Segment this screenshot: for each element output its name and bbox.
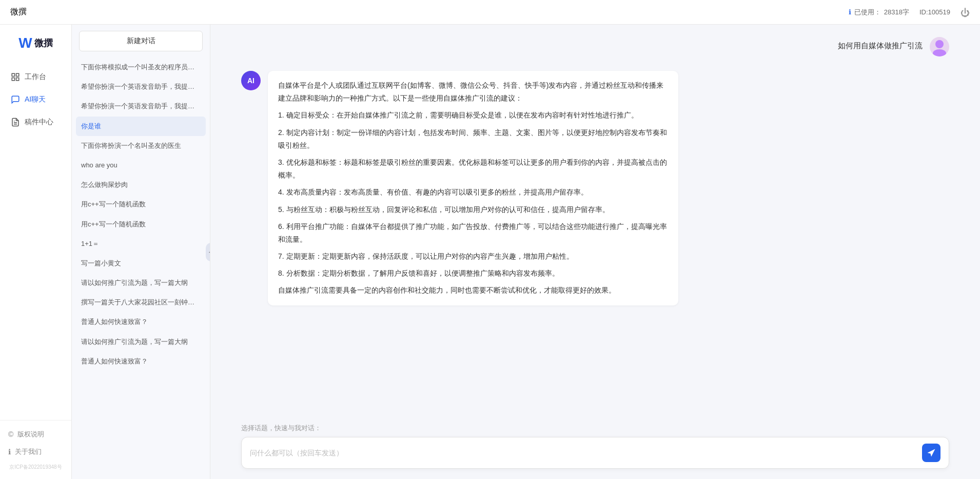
history-list: 下面你将模拟成一个叫圣友的程序员、我说...希望你扮演一个英语发音助手，我提供给… — [72, 58, 210, 479]
user-message-row: 如何用自媒体做推广引流 — [241, 37, 949, 56]
ai-message-para: 3. 优化标题和标签：标题和标签是吸引粉丝的重要因素。优化标题和标签可以让更多的… — [278, 156, 668, 182]
about-icon: ℹ — [8, 448, 11, 456]
usage-value: 28318字 — [884, 8, 909, 17]
history-item[interactable]: 下面你将扮演一个名叫圣友的医生 — [76, 136, 206, 156]
about-item[interactable]: ℹ 关于我们 — [0, 443, 71, 461]
about-label: 关于我们 — [15, 447, 42, 456]
collapse-button[interactable]: ◀ — [206, 243, 210, 261]
logo-w: W — [18, 35, 32, 51]
workbench-label: 工作台 — [25, 72, 46, 82]
ai-avatar: AI — [241, 71, 261, 90]
copyright-icon: © — [8, 430, 13, 438]
sidebar-item-drafts[interactable]: 稿件中心 — [0, 112, 71, 132]
ai-chat-icon — [10, 94, 21, 105]
ai-message-para: 2. 制定内容计划：制定一份详细的内容计划，包括发布时间、频率、主题、文案、图片… — [278, 126, 668, 152]
history-item[interactable]: 普通人如何快速致富？ — [76, 312, 206, 332]
ai-message-para: 自媒体推广引流需要具备一定的内容创作和社交能力，同时也需要不断尝试和优化，才能取… — [278, 284, 668, 297]
input-box — [241, 437, 949, 469]
svg-rect-1 — [16, 73, 19, 76]
new-chat-button[interactable]: 新建对话 — [79, 31, 203, 51]
user-id: ID:100519 — [919, 8, 950, 16]
topbar-right: ℹ 已使用： 28318字 ID:100519 ⏻ — [849, 8, 970, 17]
topbar-title: 微撰 — [10, 7, 27, 17]
svg-point-6 — [935, 40, 944, 48]
user-question: 如何用自媒体做推广引流 — [838, 37, 923, 56]
history-item[interactable]: 请以如何推广引流为题，写一篇大纲 — [76, 332, 206, 352]
info-icon: ℹ — [849, 8, 851, 16]
quick-topics-label: 选择话题，快速与我对话： — [241, 424, 949, 433]
history-item[interactable]: 希望你扮演一个英语发音助手，我提供给你... — [76, 97, 206, 116]
workbench-icon — [10, 72, 21, 82]
ai-message-para: 5. 与粉丝互动：积极与粉丝互动，回复评论和私信，可以增加用户对你的认可和信任，… — [278, 203, 668, 216]
history-item[interactable]: 普通人如何快速致富？ — [76, 352, 206, 371]
chat-history-panel: 新建对话 下面你将模拟成一个叫圣友的程序员、我说...希望你扮演一个英语发音助手… — [72, 25, 210, 479]
history-item[interactable]: 撰写一篇关于八大家花园社区一刻钟便民生... — [76, 293, 206, 312]
ai-message-para: 8. 分析数据：定期分析数据，了解用户反馈和喜好，以便调整推广策略和内容发布频率… — [278, 267, 668, 280]
history-item[interactable]: 下面你将模拟成一个叫圣友的程序员、我说... — [76, 58, 206, 77]
ai-message-para: 自媒体平台是个人或团队通过互联网平台(如博客、微博、微信公众号、抖音、快手等)发… — [278, 79, 668, 105]
chat-input-area: 选择话题，快速与我对话： — [210, 418, 980, 479]
history-item[interactable]: 用c++写一个随机函数 — [76, 215, 206, 234]
drafts-label: 稿件中心 — [25, 118, 53, 127]
history-item[interactable]: 希望你扮演一个英语发音助手，我提供给你... — [76, 77, 206, 97]
chat-main: 如何用自媒体做推广引流 AI 自媒体平台是个人或团队通过互联网平台(如博客、微博… — [210, 25, 980, 479]
ai-message-para: 6. 利用平台推广功能：自媒体平台都提供了推广功能，如广告投放、付费推广等，可以… — [278, 220, 668, 246]
sidebar-left: W 微撰 工作台 AI聊天 — [0, 25, 72, 479]
sidebar-item-ai-chat[interactable]: AI聊天 — [0, 89, 71, 110]
svg-point-7 — [933, 49, 946, 56]
svg-rect-3 — [16, 78, 19, 81]
ai-message-para: 1. 确定目标受众：在开始自媒体推广引流之前，需要明确目标受众是谁，以便在发布内… — [278, 109, 668, 122]
copyright-item[interactable]: © 版权说明 — [0, 426, 71, 443]
svg-rect-2 — [12, 78, 14, 81]
sidebar-item-workbench[interactable]: 工作台 — [0, 67, 71, 87]
ai-chat-label: AI聊天 — [25, 95, 46, 104]
ai-message-para: 7. 定期更新：定期更新内容，保持活跃度，可以让用户对你的内容产生兴趣，增加用户… — [278, 250, 668, 263]
logo-area: W 微撰 — [18, 35, 52, 51]
icp-text: 京ICP备2022019348号 — [0, 461, 71, 474]
drafts-icon — [10, 117, 21, 127]
usage-info: ℹ 已使用： 28318字 — [849, 8, 909, 17]
logo-text: 微撰 — [34, 37, 53, 49]
chat-input[interactable] — [250, 449, 922, 457]
svg-rect-0 — [12, 73, 14, 76]
copyright-label: 版权说明 — [17, 430, 44, 439]
topbar: 微撰 ℹ 已使用： 28318字 ID:100519 ⏻ — [0, 0, 980, 25]
history-item[interactable]: 1+1＝ — [76, 234, 206, 254]
ai-message-para: 4. 发布高质量内容：发布高质量、有价值、有趣的内容可以吸引更多的粉丝，并提高用… — [278, 186, 668, 199]
history-item[interactable]: 你是谁 — [76, 117, 206, 136]
main-layout: W 微撰 工作台 AI聊天 — [0, 25, 980, 479]
history-item[interactable]: 怎么做狗屎炒肉 — [76, 175, 206, 195]
usage-label: 已使用： — [854, 8, 881, 17]
send-button[interactable] — [922, 444, 940, 462]
history-item[interactable]: 请以如何推广引流为题，写一篇大纲 — [76, 273, 206, 293]
ai-message-row: AI 自媒体平台是个人或团队通过互联网平台(如博客、微博、微信公众号、抖音、快手… — [241, 71, 949, 305]
ai-message-bubble: 自媒体平台是个人或团队通过互联网平台(如博客、微博、微信公众号、抖音、快手等)发… — [268, 71, 678, 305]
history-item[interactable]: 写一篇小黄文 — [76, 254, 206, 273]
chat-messages: 如何用自媒体做推广引流 AI 自媒体平台是个人或团队通过互联网平台(如博客、微博… — [210, 25, 980, 418]
user-avatar — [930, 37, 949, 56]
send-icon — [927, 448, 936, 457]
power-icon[interactable]: ⏻ — [961, 8, 970, 17]
history-item[interactable]: 用c++写一个随机函数 — [76, 195, 206, 214]
sidebar-bottom: © 版权说明 ℹ 关于我们 京ICP备2022019348号 — [0, 420, 71, 479]
history-item[interactable]: who are you — [76, 156, 206, 175]
